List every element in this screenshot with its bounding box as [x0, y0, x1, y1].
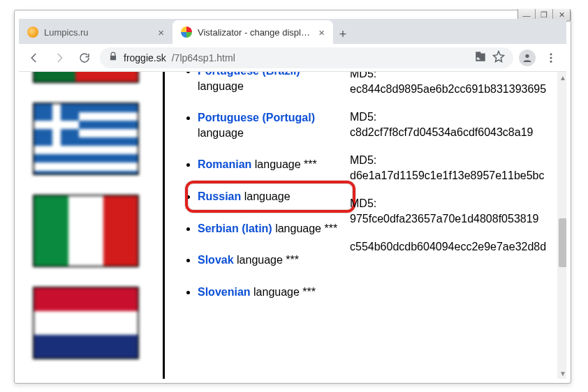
vertical-scrollbar[interactable]: ▲ ▼: [557, 72, 566, 379]
language-link-portuguese-portugal[interactable]: Portuguese (Portugal): [198, 112, 315, 123]
list-item: Portuguese (Portugal) language: [198, 110, 347, 140]
language-list: Portuguese (Brazil) language Portuguese …: [182, 72, 347, 316]
language-link-slovak[interactable]: Slovak: [198, 254, 234, 266]
language-suffix: language: [198, 127, 244, 139]
md5-label: MD5:: [350, 197, 566, 210]
md5-entry: MD5: c8d2cf7f8cf7d04534a6cdf6043c8a19: [350, 111, 566, 139]
md5-hash: ec844c8d9895ae6b2cc691b831393695: [350, 83, 566, 96]
browser-window: — ❐ ✕ Lumpics.ru × Vistalizator - change…: [14, 10, 571, 384]
page-viewport: Portuguese (Brazil) language Portuguese …: [19, 72, 566, 379]
md5-entry: MD5: 975fce0dfa23657a70e1d4808f053819: [350, 197, 566, 225]
reload-button[interactable]: [75, 48, 94, 68]
close-tab-icon[interactable]: ×: [318, 27, 325, 38]
tab-title: Lumpics.ru: [44, 27, 152, 38]
svg-point-2: [550, 56, 552, 59]
md5-hash: c8d2cf7f8cf7d04534a6cdf6043c8a19: [350, 126, 566, 139]
list-item: Slovak language ***: [198, 252, 347, 268]
md5-label: MD5:: [350, 154, 566, 167]
tab-vistalizator[interactable]: Vistalizator - change display lang ×: [172, 20, 333, 44]
new-tab-button[interactable]: +: [333, 24, 353, 44]
md5-column: MD5: ec844c8d9895ae6b2cc691b831393695 MD…: [350, 72, 566, 253]
list-item: Slovenian language ***: [198, 285, 347, 300]
language-suffix: language: [241, 190, 290, 202]
star-icon[interactable]: [492, 50, 505, 65]
svg-point-1: [550, 53, 552, 55]
lock-icon: [108, 52, 118, 63]
browser-toolbar: froggie.sk/7lp64sp1.html: [19, 44, 566, 72]
translate-icon[interactable]: [474, 50, 487, 65]
flag-italy: [33, 195, 139, 267]
flag-portugal: [33, 72, 139, 83]
tab-strip: Lumpics.ru × Vistalizator - change displ…: [19, 19, 566, 44]
md5-hash: d6e1a17d1159c1e1f13e8957e11be5bc: [350, 169, 566, 182]
list-item: Portuguese (Brazil) language: [198, 72, 347, 93]
svg-point-0: [525, 54, 529, 57]
tab-lumpics[interactable]: Lumpics.ru ×: [19, 20, 172, 44]
profile-button[interactable]: [519, 50, 536, 66]
scroll-thumb[interactable]: [559, 218, 566, 267]
flag-greece: [33, 103, 139, 175]
scroll-down-button[interactable]: ▼: [557, 368, 566, 379]
flag-netherlands: [33, 287, 139, 359]
md5-entry: MD5: d6e1a17d1159c1e1f13e8957e11be5bc: [350, 154, 566, 182]
svg-point-3: [550, 60, 552, 62]
close-tab-icon[interactable]: ×: [158, 27, 164, 38]
language-suffix: language ***: [234, 254, 299, 266]
md5-hash: 975fce0dfa23657a70e1d4808f053819: [350, 213, 566, 225]
forward-button[interactable]: [50, 48, 69, 68]
language-suffix: language ***: [272, 223, 337, 234]
favicon-lumpics-icon: [27, 27, 38, 38]
menu-button[interactable]: [541, 48, 561, 68]
address-bar[interactable]: froggie.sk/7lp64sp1.html: [100, 47, 513, 68]
flags-column: [33, 72, 154, 379]
language-link-romanian[interactable]: Romanian: [198, 158, 251, 170]
url-path: /7lp64sp1.html: [172, 52, 235, 63]
back-button[interactable]: [24, 48, 44, 68]
language-link-portuguese-brazil[interactable]: Portuguese (Brazil): [198, 72, 300, 77]
list-item: Romanian language ***: [198, 157, 347, 172]
language-link-slovenian[interactable]: Slovenian: [198, 286, 251, 298]
md5-entry: c554b60dcdb604094ecc2e9e7ae32d8d: [350, 241, 566, 253]
language-link-russian[interactable]: Russian: [198, 190, 241, 202]
list-item: Serbian (latin) language ***: [198, 221, 347, 236]
md5-label: MD5:: [350, 111, 566, 123]
scroll-up-button[interactable]: ▲: [557, 72, 566, 83]
tab-title: Vistalizator - change display lang: [198, 27, 313, 38]
md5-entry: MD5: ec844c8d9895ae6b2cc691b831393695: [350, 72, 566, 96]
language-link-serbian-latin[interactable]: Serbian (latin): [198, 223, 272, 234]
language-suffix: language ***: [251, 286, 316, 298]
md5-label: MD5:: [350, 72, 566, 80]
vertical-divider: [163, 72, 165, 379]
favicon-vistalizator-icon: [181, 27, 192, 38]
url-host: froggie.sk: [124, 52, 166, 63]
list-item: Russian language: [198, 189, 347, 204]
language-suffix: language ***: [251, 158, 316, 170]
md5-hash: c554b60dcdb604094ecc2e9e7ae32d8d: [350, 241, 566, 253]
language-suffix: language: [198, 80, 244, 92]
